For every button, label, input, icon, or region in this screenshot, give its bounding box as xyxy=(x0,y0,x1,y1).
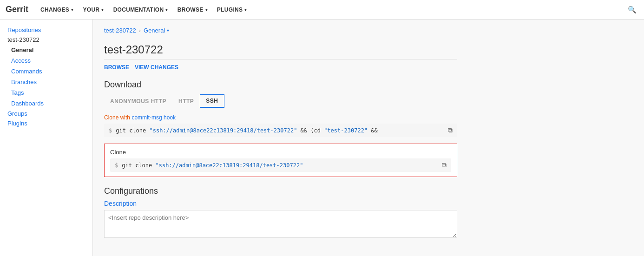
nav-plugins[interactable]: PLUGINS ▾ xyxy=(212,0,252,20)
sidebar: Repositories test-230722 General Access … xyxy=(0,20,93,256)
browse-caret-icon: ▾ xyxy=(205,7,208,12)
top-nav: Gerrit CHANGES ▾ YOUR ▾ DOCUMENTATION ▾ … xyxy=(0,0,644,20)
clone-hook-command: git clone "ssh://admin@8ace22c13819:2941… xyxy=(116,127,444,134)
sidebar-item-tags[interactable]: Tags xyxy=(0,87,92,98)
tab-anonymous-http[interactable]: ANONYMOUS HTTP xyxy=(104,95,172,108)
description-textarea[interactable] xyxy=(104,210,457,238)
download-title: Download xyxy=(104,80,457,90)
configurations-title: Configurations xyxy=(104,186,457,196)
clone-with-hook-section: Clone with commit-msg hook $ git clone "… xyxy=(104,114,457,137)
nav-your[interactable]: YOUR ▾ xyxy=(78,0,108,20)
view-changes-link[interactable]: VIEW CHANGES xyxy=(135,64,178,71)
nav-search-area: 🔍 xyxy=(625,3,638,16)
breadcrumb-separator: › xyxy=(139,27,141,34)
browse-link[interactable]: BROWSE xyxy=(104,64,129,71)
tab-ssh[interactable]: SSH xyxy=(200,94,224,108)
sidebar-item-access[interactable]: Access xyxy=(0,55,92,66)
clone-box: Clone $ git clone "ssh://admin@8ace22c13… xyxy=(104,144,457,177)
clone-hook-prompt: $ xyxy=(109,127,112,134)
clone-prompt: $ xyxy=(115,162,118,169)
content-wrapper: test-230722 BROWSE VIEW CHANGES Download… xyxy=(104,43,457,239)
title-divider xyxy=(104,59,457,59)
clone-copy-icon[interactable]: ⧉ xyxy=(442,161,447,169)
clone-hook-command-row: $ git clone "ssh://admin@8ace22c13819:29… xyxy=(104,124,457,137)
sidebar-item-dashboards[interactable]: Dashboards xyxy=(0,98,92,109)
description-label: Description xyxy=(104,200,457,207)
tab-http[interactable]: HTTP xyxy=(172,95,200,108)
nav-browse[interactable]: BROWSE ▾ xyxy=(173,0,212,20)
main-content: test-230722 › General ▾ test-230722 BROW… xyxy=(93,20,644,256)
sidebar-plugins-link[interactable]: Plugins xyxy=(0,118,92,128)
sidebar-repositories-link[interactable]: Repositories xyxy=(0,25,92,35)
clone-hook-copy-icon[interactable]: ⧉ xyxy=(448,126,453,134)
docs-caret-icon: ▾ xyxy=(165,7,168,12)
changes-caret-icon: ▾ xyxy=(71,7,73,12)
clone-hook-label: Clone with commit-msg hook xyxy=(104,114,457,121)
clone-command: git clone "ssh://admin@8ace22c13819:2941… xyxy=(122,162,438,169)
download-tabs: ANONYMOUS HTTP HTTP SSH xyxy=(104,94,457,108)
repo-title: test-230722 xyxy=(104,43,457,56)
repo-links: BROWSE VIEW CHANGES xyxy=(104,64,457,71)
main-layout: Repositories test-230722 General Access … xyxy=(0,20,644,256)
your-caret-icon: ▾ xyxy=(101,7,104,12)
nav-changes[interactable]: CHANGES ▾ xyxy=(36,0,78,20)
breadcrumb-caret-icon: ▾ xyxy=(167,28,169,33)
clone-box-title: Clone xyxy=(110,149,451,156)
configurations-section: Configurations Description xyxy=(104,186,457,239)
sidebar-repo-name: test-230722 xyxy=(0,35,92,45)
search-icon[interactable]: 🔍 xyxy=(625,3,638,16)
sidebar-item-general[interactable]: General xyxy=(0,45,92,55)
breadcrumb-repo-link[interactable]: test-230722 xyxy=(104,27,136,34)
plugins-caret-icon: ▾ xyxy=(244,7,247,12)
download-section: Download ANONYMOUS HTTP HTTP SSH xyxy=(104,80,457,177)
app-logo: Gerrit xyxy=(6,5,28,14)
breadcrumb-current[interactable]: General ▾ xyxy=(144,27,169,34)
nav-documentation[interactable]: DOCUMENTATION ▾ xyxy=(109,0,173,20)
breadcrumb: test-230722 › General ▾ xyxy=(104,27,633,34)
sidebar-item-commands[interactable]: Commands xyxy=(0,66,92,77)
sidebar-groups-link[interactable]: Groups xyxy=(0,109,92,118)
sidebar-item-branches[interactable]: Branches xyxy=(0,77,92,87)
hook-link[interactable]: commit-msg hook xyxy=(131,114,176,121)
clone-command-row: $ git clone "ssh://admin@8ace22c13819:29… xyxy=(110,158,451,172)
